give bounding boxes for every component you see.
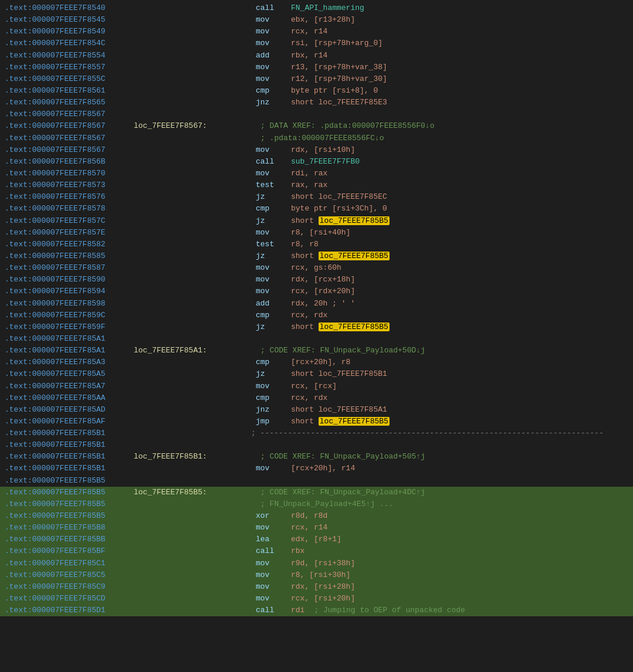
- operand: rcx, gs:60h: [291, 262, 341, 274]
- table-row[interactable]: .text:000007FEEE7F85AFjmpshort loc_7FEEE…: [0, 416, 633, 427]
- mnemonic: jz: [256, 215, 291, 227]
- operand: rcx, [rcx]: [291, 381, 337, 392]
- mnemonic: mov: [256, 463, 291, 474]
- mnemonic: call: [256, 2, 291, 14]
- table-row[interactable]: .text:000007FEEE7F8582testr8, r8: [0, 239, 633, 250]
- table-row[interactable]: .text:000007FEEE7F85A3cmp[rcx+20h], r8: [0, 357, 633, 368]
- table-row[interactable]: .text:000007FEEE7F8587movrcx, gs:60h: [0, 262, 633, 274]
- table-row[interactable]: .text:000007FEEE7F8567movrdx, [rsi+10h]: [0, 144, 633, 156]
- table-row[interactable]: .text:000007FEEE7F85BFcallrbx: [0, 545, 633, 557]
- table-row[interactable]: .text:000007FEEE7F85B1mov[rcx+20h], r14: [0, 463, 633, 474]
- address: .text:000007FEEE7F85B1: [5, 427, 134, 439]
- table-row[interactable]: .text:000007FEEE7F856Bcallsub_7FEEE7F7FB…: [0, 156, 633, 168]
- table-row[interactable]: .text:000007FEEE7F859Fjzshort loc_7FEEE7…: [0, 321, 633, 333]
- table-row[interactable]: .text:000007FEEE7F8594movrcx, [rdx+20h]: [0, 286, 633, 297]
- address: .text:000007FEEE7F859F: [5, 321, 134, 333]
- operand: rcx, [rsi+20h]: [291, 593, 355, 605]
- table-row[interactable]: .text:000007FEEE7F854Cmovrsi, [rsp+78h+a…: [0, 38, 633, 49]
- mnemonic: mov: [256, 144, 291, 156]
- table-row[interactable]: .text:000007FEEE7F85B5; FN_Unpack_Payloa…: [0, 498, 633, 510]
- table-row[interactable]: .text:000007FEEE7F85BBleaedx, [r8+1]: [0, 534, 633, 545]
- operand: rdi: [291, 605, 304, 616]
- address: .text:000007FEEE7F855C: [5, 73, 134, 85]
- table-row[interactable]: .text:000007FEEE7F8565jnzshort loc_7FEEE…: [0, 97, 633, 108]
- address: .text:000007FEEE7F8576: [5, 191, 134, 203]
- operand: rcx, rdx: [291, 310, 327, 321]
- mnemonic: mov: [256, 262, 291, 274]
- table-row[interactable]: .text:000007FEEE7F8578cmpbyte ptr [rsi+3…: [0, 203, 633, 215]
- table-row[interactable]: .text:000007FEEE7F85C5movr8, [rsi+30h]: [0, 569, 633, 581]
- operand: rdx, 20h ; ' ': [291, 298, 355, 310]
- table-row[interactable]: .text:000007FEEE7F857Cjzshort loc_7FEEE7…: [0, 215, 633, 227]
- table-row[interactable]: .text:000007FEEE7F8598addrdx, 20h ; ' ': [0, 298, 633, 310]
- operand: byte ptr [rsi+3Ch], 0: [291, 203, 387, 215]
- table-row[interactable]: .text:000007FEEE7F857Emovr8, [rsi+40h]: [0, 227, 633, 239]
- table-row[interactable]: .text:000007FEEE7F85A1: [0, 333, 633, 345]
- table-row[interactable]: .text:000007FEEE7F85B5xorr8d, r8d: [0, 510, 633, 522]
- table-row[interactable]: .text:000007FEEE7F85ADjnzshort loc_7FEEE…: [0, 404, 633, 416]
- table-row[interactable]: .text:000007FEEE7F8570movrdi, rax: [0, 168, 633, 179]
- table-row[interactable]: .text:000007FEEE7F8585jzshort loc_7FEEE7…: [0, 250, 633, 262]
- address: .text:000007FEEE7F85D1: [5, 605, 134, 616]
- table-row[interactable]: .text:000007FEEE7F85B1: [0, 439, 633, 451]
- table-row[interactable]: .text:000007FEEE7F85B1loc_7FEEE7F85B1:; …: [0, 451, 633, 463]
- table-row[interactable]: .text:000007FEEE7F85CDmovrcx, [rsi+20h]: [0, 593, 633, 605]
- address: .text:000007FEEE7F8573: [5, 179, 134, 191]
- operand: rdx, [rsi+10h]: [291, 144, 355, 156]
- address: .text:000007FEEE7F85B1: [5, 439, 134, 451]
- operand: rsi, [rsp+78h+arg_0]: [291, 38, 382, 49]
- table-row[interactable]: .text:000007FEEE7F8576jzshort loc_7FEEE7…: [0, 191, 633, 203]
- mnemonic: lea: [256, 534, 291, 545]
- mnemonic: cmp: [256, 392, 291, 404]
- table-row[interactable]: .text:000007FEEE7F8567loc_7FEEE7F8567:; …: [0, 120, 633, 132]
- mnemonic: mov: [256, 286, 291, 297]
- table-row[interactable]: .text:000007FEEE7F8573testrax, rax: [0, 179, 633, 191]
- table-row[interactable]: .text:000007FEEE7F8545movebx, [r13+28h]: [0, 14, 633, 26]
- address: .text:000007FEEE7F85B5: [5, 487, 134, 498]
- table-row[interactable]: .text:000007FEEE7F85AAcmprcx, rdx: [0, 392, 633, 404]
- table-row[interactable]: .text:000007FEEE7F8549movrcx, r14: [0, 26, 633, 38]
- address: .text:000007FEEE7F85A1: [5, 333, 134, 345]
- table-row[interactable]: .text:000007FEEE7F85D1callrdi; Jumping t…: [0, 605, 633, 616]
- table-row[interactable]: .text:000007FEEE7F85C9movrdx, [rsi+28h]: [0, 581, 633, 593]
- operand: r9d, [rsi+38h]: [291, 558, 355, 569]
- table-row[interactable]: .text:000007FEEE7F8567: [0, 108, 633, 120]
- table-row[interactable]: .text:000007FEEE7F859Ccmprcx, rdx: [0, 310, 633, 321]
- table-row[interactable]: .text:000007FEEE7F8567; .pdata:000007FEE…: [0, 133, 633, 144]
- mnemonic: cmp: [256, 85, 291, 97]
- operand: rax, rax: [291, 179, 327, 191]
- address: .text:000007FEEE7F8582: [5, 239, 134, 250]
- table-row[interactable]: .text:000007FEEE7F85A1loc_7FEEE7F85A1:; …: [0, 345, 633, 357]
- address: .text:000007FEEE7F85A1: [5, 345, 134, 357]
- table-row[interactable]: .text:000007FEEE7F8540callFN_API_hammeri…: [0, 2, 633, 14]
- operand: byte ptr [rsi+8], 0: [291, 85, 378, 97]
- address: .text:000007FEEE7F8587: [5, 262, 134, 274]
- mnemonic: jz: [256, 250, 291, 262]
- table-row[interactable]: .text:000007FEEE7F85A7movrcx, [rcx]: [0, 381, 633, 392]
- mnemonic: mov: [256, 38, 291, 49]
- operand: r13, [rsp+78h+var_38]: [291, 62, 387, 73]
- table-row[interactable]: .text:000007FEEE7F85B5loc_7FEEE7F85B5:; …: [0, 487, 633, 498]
- code-label: loc_7FEEE7F85B5:: [134, 487, 251, 498]
- table-row[interactable]: .text:000007FEEE7F8557movr13, [rsp+78h+v…: [0, 62, 633, 73]
- table-row[interactable]: .text:000007FEEE7F8590movrdx, [rcx+18h]: [0, 274, 633, 286]
- table-row[interactable]: .text:000007FEEE7F85B5: [0, 475, 633, 487]
- address: .text:000007FEEE7F8585: [5, 250, 134, 262]
- table-row[interactable]: .text:000007FEEE7F85B1; ----------------…: [0, 427, 633, 439]
- table-row[interactable]: .text:000007FEEE7F8561cmpbyte ptr [rsi+8…: [0, 85, 633, 97]
- address: .text:000007FEEE7F8567: [5, 108, 134, 120]
- table-row[interactable]: .text:000007FEEE7F85B8movrcx, r14: [0, 522, 633, 534]
- mnemonic: call: [256, 605, 291, 616]
- address: .text:000007FEEE7F8598: [5, 298, 134, 310]
- operand: rdx, [rcx+18h]: [291, 274, 355, 286]
- mnemonic: jmp: [256, 416, 291, 427]
- table-row[interactable]: .text:000007FEEE7F855Cmovr12, [rsp+78h+v…: [0, 73, 633, 85]
- address: .text:000007FEEE7F85C1: [5, 558, 134, 569]
- address: .text:000007FEEE7F85B5: [5, 475, 134, 487]
- address: .text:000007FEEE7F8570: [5, 168, 134, 179]
- table-row[interactable]: .text:000007FEEE7F8554addrbx, r14: [0, 50, 633, 62]
- table-row[interactable]: .text:000007FEEE7F85C1movr9d, [rsi+38h]: [0, 558, 633, 569]
- table-row[interactable]: .text:000007FEEE7F85A5jzshort loc_7FEEE7…: [0, 368, 633, 380]
- address: .text:000007FEEE7F85B1: [5, 463, 134, 474]
- address: .text:000007FEEE7F85B5: [5, 498, 134, 510]
